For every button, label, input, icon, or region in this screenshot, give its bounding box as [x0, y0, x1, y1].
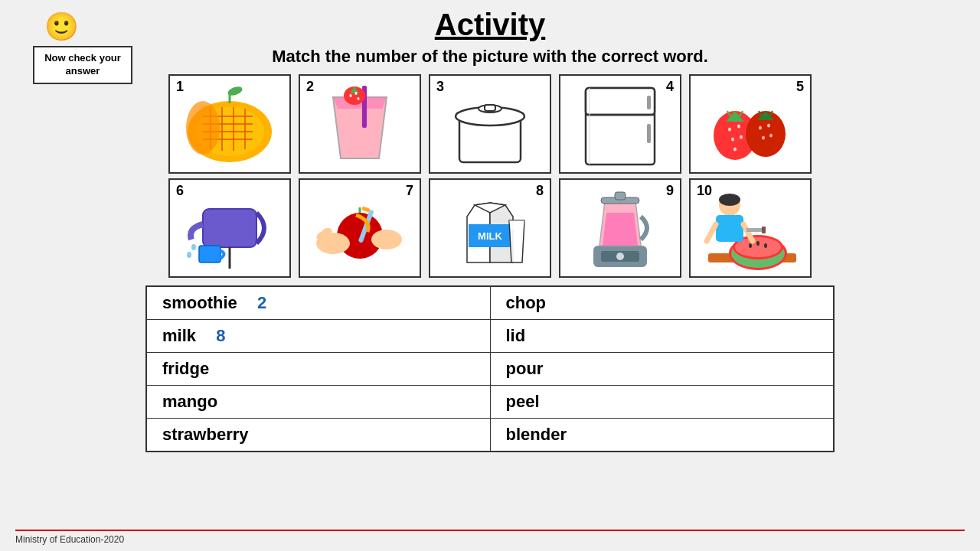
table-cell-left: mango [146, 386, 490, 419]
table-row: smoothie 2 chop [146, 286, 834, 320]
word-fridge: fridge [162, 359, 209, 378]
picture-card-8: 8 MILK [429, 178, 551, 278]
svg-rect-26 [586, 88, 655, 115]
svg-rect-48 [203, 209, 256, 247]
word-chop: chop [506, 293, 547, 312]
table-row: fridge pour [146, 353, 834, 386]
check-answer-text: Now check your answer [44, 52, 121, 77]
svg-point-20 [358, 97, 360, 100]
svg-rect-24 [485, 105, 495, 111]
smiley-icon: 🙂 [44, 11, 79, 43]
picture-number-2: 2 [306, 79, 314, 95]
page-title: Activity [435, 8, 546, 41]
svg-point-84 [719, 194, 740, 206]
svg-point-45 [767, 124, 770, 128]
picture-number-6: 6 [176, 183, 184, 199]
svg-point-18 [350, 94, 352, 97]
answer-milk: 8 [216, 326, 225, 345]
word-blender: blender [506, 425, 567, 444]
svg-point-47 [769, 134, 773, 138]
picture-number-8: 8 [536, 183, 544, 199]
strawberry-image [701, 82, 800, 166]
svg-rect-56 [361, 206, 370, 212]
svg-point-74 [616, 253, 624, 260]
table-cell-left: strawberry [146, 419, 490, 452]
svg-point-44 [759, 126, 762, 130]
svg-line-86 [707, 224, 716, 241]
svg-point-36 [737, 125, 740, 129]
table-row: mango peel [146, 386, 834, 419]
table-cell-left: smoothie 2 [146, 286, 490, 320]
svg-point-35 [728, 128, 731, 132]
page-header: Activity [15, 8, 965, 42]
table-cell-right: chop [490, 286, 834, 320]
svg-point-82 [764, 243, 767, 248]
picture-number-7: 7 [406, 183, 413, 199]
peel-image [310, 186, 410, 270]
svg-rect-73 [615, 192, 626, 200]
picture-number-1: 1 [176, 79, 184, 95]
blender-image [570, 186, 670, 270]
mango-image [180, 82, 279, 166]
pictures-row-2: 6 [168, 178, 812, 278]
svg-point-81 [756, 241, 760, 246]
pour-image [180, 186, 279, 270]
picture-card-7: 7 [299, 178, 421, 278]
table-cell-right: lid [490, 320, 834, 353]
svg-point-60 [371, 230, 402, 249]
picture-card-9: 9 [559, 178, 681, 278]
picture-card-5: 5 [689, 74, 812, 174]
word-peel: peel [506, 392, 540, 411]
svg-rect-51 [199, 246, 220, 262]
svg-rect-28 [647, 96, 651, 109]
svg-point-37 [731, 138, 734, 142]
footer-text: Ministry of Education-2020 [15, 534, 124, 545]
picture-number-5: 5 [796, 79, 804, 95]
table-cell-right: pour [490, 353, 834, 386]
pictures-section: 1 [15, 74, 965, 278]
pictures-row-1: 1 [168, 74, 812, 174]
picture-number-10: 10 [697, 183, 712, 199]
table-row: strawberry blender [146, 419, 834, 452]
picture-card-6: 6 [168, 178, 291, 278]
svg-rect-90 [762, 227, 766, 233]
smoothie-image [310, 82, 410, 166]
picture-card-4: 4 [559, 74, 681, 174]
word-strawberry: strawberry [162, 425, 249, 444]
svg-rect-89 [746, 228, 763, 232]
footer: Ministry of Education-2020 [15, 530, 965, 545]
word-lid: lid [506, 326, 526, 345]
word-smoothie: smoothie [162, 293, 237, 312]
svg-point-19 [355, 92, 358, 95]
table-row: milk 8 lid [146, 320, 834, 353]
word-pour: pour [506, 359, 544, 378]
table-cell-left: milk 8 [146, 320, 490, 353]
svg-marker-67 [509, 220, 524, 230]
milk-image: MILK [440, 186, 540, 270]
picture-card-3: 3 [429, 74, 551, 174]
answer-smoothie: 2 [257, 293, 266, 312]
word-mango: mango [162, 392, 217, 411]
chop-image [701, 186, 800, 270]
instruction-text: Match the number of the picture with the… [15, 47, 965, 67]
svg-rect-85 [716, 215, 743, 242]
lid-image [440, 82, 540, 166]
picture-number-9: 9 [666, 183, 674, 199]
svg-point-12 [186, 101, 220, 155]
svg-point-39 [733, 148, 737, 152]
picture-card-2: 2 [299, 74, 421, 174]
match-table: smoothie 2 chop milk 8 lid fridge pour [145, 285, 835, 452]
picture-number-4: 4 [666, 79, 674, 95]
svg-point-46 [762, 136, 765, 140]
svg-point-80 [749, 243, 752, 248]
word-milk: milk [162, 326, 196, 345]
svg-rect-29 [647, 124, 651, 143]
svg-point-50 [187, 252, 191, 258]
fridge-image [570, 82, 670, 166]
picture-card-1: 1 [168, 74, 291, 174]
svg-text:MILK: MILK [478, 230, 502, 242]
svg-point-38 [740, 135, 743, 139]
svg-point-49 [191, 244, 196, 250]
table-cell-right: peel [490, 386, 834, 419]
page-container: 🙂 Now check your answer Activity Match t… [0, 0, 980, 551]
